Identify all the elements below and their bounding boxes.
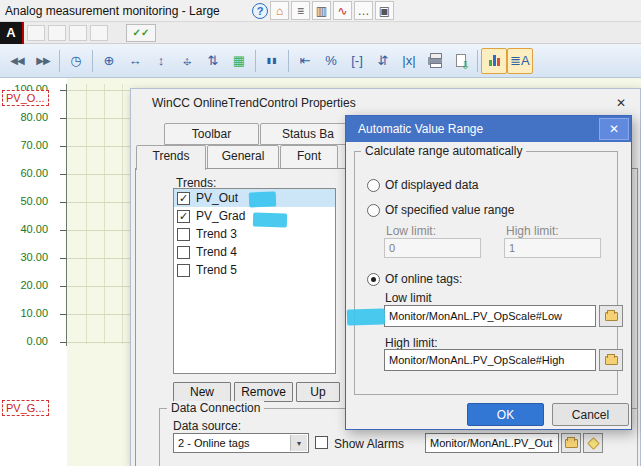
original-view-icon: ▦ [233,53,245,68]
trend-item-label: Trend 5 [196,263,237,277]
zoom-vertical-icon: ↕ [158,53,165,68]
print-button[interactable] [422,48,448,74]
radio-specified-range-label[interactable]: Of specified value range [385,203,514,217]
online-low-limit-label: Low limit [385,291,432,305]
y-axis-label: 50.00 [4,195,48,207]
step-back-button[interactable]: ◀◀ [4,48,30,74]
edit-tag-button[interactable] [583,433,603,453]
time-selection-button[interactable]: ◷ [63,48,89,74]
browse-tag-button[interactable] [561,433,581,453]
trend-curve-button[interactable]: ∿ [333,1,352,20]
ok-button[interactable]: OK [467,403,544,426]
statistics-icon: |x| [402,53,415,68]
value-axis-line [66,84,67,346]
tag-connection-input[interactable] [425,433,559,453]
label-curves-button[interactable]: ≣A [507,48,533,74]
range-dialog-titlebar[interactable]: Automatic Value Range [346,116,631,142]
axis-tick [60,230,66,231]
pause-button[interactable]: ▮▮ [259,48,285,74]
annotation-highlight-pv-grad [253,213,287,228]
statistics-area-button[interactable]: ⇵ [370,48,396,74]
zoom-value-axis-button[interactable]: ↕ [148,48,174,74]
trend-item-label: Trend 4 [196,245,237,259]
trend-list-item[interactable]: Trend 3 [174,225,335,243]
appbar-button-3[interactable] [69,25,87,41]
radio-displayed-data-label[interactable]: Of displayed data [385,178,478,192]
tab-status-bar[interactable]: Status Ba [260,123,356,145]
calculate-range-group-label: Calculate range automatically [361,144,526,158]
stopwatch-icon: ◷ [70,53,81,68]
navigation-button[interactable]: ≡ [291,1,310,20]
close-icon[interactable]: ✕ [599,118,629,140]
close-icon[interactable]: ✕ [612,94,630,112]
move-trend-area-button[interactable]: ↔↕ [174,48,200,74]
apply-button[interactable]: ✓✓ [126,24,156,42]
tab-general[interactable]: General [207,145,279,169]
move-axes-area-button[interactable]: ⇅ [200,48,226,74]
zoom-time-axis-button[interactable]: ↔ [122,48,148,74]
tab-toolbar[interactable]: Toolbar [164,123,259,145]
zoom-area-button[interactable]: ⊕ [96,48,122,74]
home-button[interactable]: ⌂ [270,1,289,20]
online-high-limit-label: High limit: [385,336,438,350]
more-icon: … [358,4,370,18]
remove-button[interactable]: Remove [234,382,293,402]
tag-icon [587,437,600,450]
appbar-button-2[interactable] [48,25,66,41]
select-time-interval-button[interactable]: [-] [344,48,370,74]
relative-axis-button[interactable]: % [318,48,344,74]
cancel-button[interactable]: Cancel [552,403,629,426]
new-button[interactable]: New [173,382,231,402]
trend-item-label: Trend 3 [196,227,237,241]
axis-tick [60,342,66,343]
checkbox-icon[interactable] [177,228,190,241]
data-source-value: 2 - Online tags [178,437,250,449]
trend-item-label: PV_Grad [196,209,245,223]
navigation-icon: ≡ [297,4,304,18]
checkbox-checked-icon[interactable] [177,210,190,223]
appbar-button-4[interactable] [90,25,108,41]
show-alarms-label: Show Alarms [334,437,404,451]
help-icon[interactable]: ? [252,3,268,19]
axis-tick [60,174,66,175]
online-high-limit-input[interactable] [384,349,596,371]
radio-displayed-data[interactable] [367,179,380,192]
set-time-range-button[interactable]: ⇤ [292,48,318,74]
axis-tick [60,314,66,315]
spec-high-limit-label: High limit: [506,224,559,238]
up-button[interactable]: Up [296,382,340,402]
window-titlebar: Analog measurement monitoring - Large ? … [0,0,641,22]
tab-trends[interactable]: Trends [136,145,206,170]
checkbox-icon[interactable] [177,264,190,277]
online-low-limit-input[interactable] [384,305,596,327]
calculate-statistics-button[interactable]: |x| [396,48,422,74]
radio-online-tags[interactable] [367,273,380,286]
toolbar-separator [255,50,256,72]
original-view-button[interactable]: ▦ [226,48,252,74]
select-curves-button[interactable] [481,48,507,74]
axes-arrows-icon: ⇅ [208,53,219,68]
step-forward-button[interactable]: ▶▶ [30,48,56,74]
printer-icon [428,57,442,65]
radio-specified-range[interactable] [367,204,380,217]
export-data-button[interactable]: ⇩ [448,48,474,74]
trend-list-item[interactable]: Trend 5 [174,261,335,279]
more-button[interactable]: … [354,1,373,20]
axis-tick [60,118,66,119]
trend-list-item[interactable]: Trend 4 [174,243,335,261]
windows-button[interactable]: ▣ [375,1,394,20]
curve-tag-pv-out: PV_O... [2,90,49,106]
appbar-button-1[interactable] [27,25,45,41]
bar-chart-button[interactable]: ▥ [312,1,331,20]
browse-low-tag-button[interactable] [599,305,623,327]
show-alarms-checkbox[interactable] [315,436,328,449]
chevron-down-icon[interactable] [290,435,307,451]
y-axis-label: 40.00 [4,223,48,235]
checkbox-icon[interactable] [177,246,190,259]
data-source-dropdown[interactable]: 2 - Online tags [173,433,309,453]
label-curves-icon: ≣A [510,53,530,68]
tab-font[interactable]: Font [280,145,338,169]
checkbox-checked-icon[interactable] [177,192,190,205]
browse-high-tag-button[interactable] [599,349,623,371]
radio-online-tags-label[interactable]: Of online tags: [385,272,462,286]
